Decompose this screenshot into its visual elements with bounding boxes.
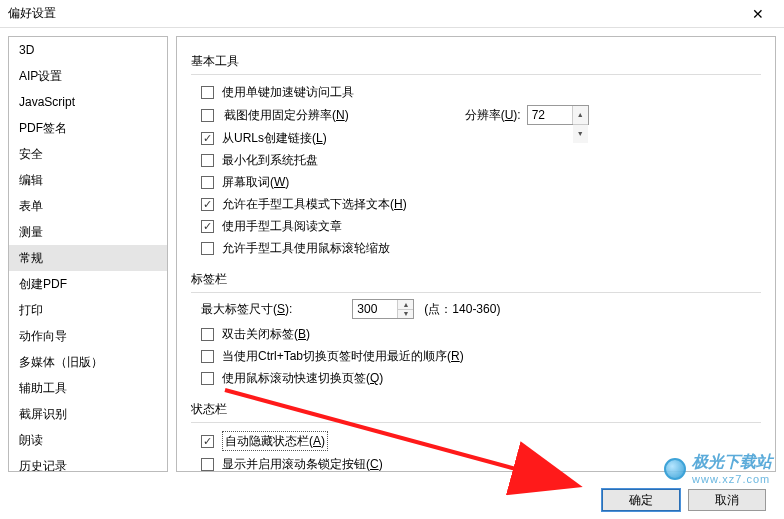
window-title: 偏好设置 [8, 5, 56, 22]
sidebar-item[interactable]: 安全 [9, 141, 167, 167]
settings-panel: 基本工具 使用单键加速键访问工具 截图使用固定分辨率(N) 分辨率(U): ▲ … [176, 36, 776, 472]
label-hand-tool-select-text: 允许在手型工具模式下选择文本(H) [222, 195, 407, 213]
sidebar-item[interactable]: JavaScript [9, 89, 167, 115]
category-list[interactable]: 3DAIP设置JavaScriptPDF签名安全编辑表单测量常规创建PDF打印动… [8, 36, 168, 472]
close-button[interactable]: ✕ [740, 1, 776, 27]
checkbox-hand-tool-select-text[interactable] [201, 198, 214, 211]
sidebar-item[interactable]: 创建PDF [9, 271, 167, 297]
hint-max-tab-size: (点：140-360) [424, 301, 500, 318]
spinner-up-icon[interactable]: ▲ [573, 106, 588, 125]
label-dblclick-close-tab: 双击关闭标签(B) [222, 325, 310, 343]
sidebar-item[interactable]: 截屏识别 [9, 401, 167, 427]
sidebar-item[interactable]: 3D [9, 37, 167, 63]
resolution-spinner[interactable]: ▲ ▼ [527, 105, 589, 125]
checkbox-auto-hide-status-bar[interactable] [201, 435, 214, 448]
spinner-down-icon[interactable]: ▼ [398, 310, 413, 319]
sidebar-item[interactable]: 历史记录 [9, 453, 167, 472]
checkbox-single-key-accel[interactable] [201, 86, 214, 99]
sidebar-item[interactable]: AIP设置 [9, 63, 167, 89]
cancel-button[interactable]: 取消 [688, 489, 766, 511]
max-tab-size-input[interactable] [353, 300, 397, 318]
label-fixed-screenshot-res: 截图使用固定分辨率(N) [224, 106, 349, 124]
label-create-links-from-urls: 从URLs创建链接(L) [222, 129, 327, 147]
label-wheel-switch-tabs: 使用鼠标滚动快速切换页签(Q) [222, 369, 383, 387]
sidebar-item[interactable]: 打印 [9, 297, 167, 323]
sidebar-item[interactable]: 编辑 [9, 167, 167, 193]
sidebar-item[interactable]: PDF签名 [9, 115, 167, 141]
checkbox-hand-tool-wheel-zoom[interactable] [201, 242, 214, 255]
label-ctrl-tab-recent-order: 当使用Ctrl+Tab切换页签时使用最近的顺序(R) [222, 347, 464, 365]
spinner-up-icon[interactable]: ▲ [398, 300, 413, 310]
resolution-input[interactable] [528, 106, 572, 124]
sidebar-item[interactable]: 常规 [9, 245, 167, 271]
checkbox-minimize-to-tray[interactable] [201, 154, 214, 167]
checkbox-hand-tool-read-article[interactable] [201, 220, 214, 233]
sidebar-item[interactable]: 多媒体（旧版） [9, 349, 167, 375]
ok-button[interactable]: 确定 [602, 489, 680, 511]
label-single-key-accel: 使用单键加速键访问工具 [222, 83, 354, 101]
group-basic-tools: 基本工具 [191, 53, 761, 70]
label-show-scroll-lock-btn: 显示并启用滚动条锁定按钮(C) [222, 455, 383, 472]
label-minimize-to-tray: 最小化到系统托盘 [222, 151, 318, 169]
group-tab-bar: 标签栏 [191, 271, 761, 288]
sidebar-item[interactable]: 表单 [9, 193, 167, 219]
checkbox-screen-grab-word[interactable] [201, 176, 214, 189]
checkbox-wheel-switch-tabs[interactable] [201, 372, 214, 385]
label-max-tab-size: 最大标签尺寸(S): [201, 301, 292, 318]
label-hand-tool-wheel-zoom: 允许手型工具使用鼠标滚轮缩放 [222, 239, 390, 257]
label-resolution: 分辨率(U): [465, 106, 521, 124]
spinner-down-icon[interactable]: ▼ [573, 125, 588, 143]
label-auto-hide-status-bar: 自动隐藏状态栏(A) [222, 431, 328, 451]
checkbox-fixed-screenshot-res[interactable] [201, 109, 214, 122]
checkbox-create-links-from-urls[interactable] [201, 132, 214, 145]
checkbox-ctrl-tab-recent-order[interactable] [201, 350, 214, 363]
label-screen-grab-word: 屏幕取词(W) [222, 173, 289, 191]
checkbox-show-scroll-lock-btn[interactable] [201, 458, 214, 471]
sidebar-item[interactable]: 测量 [9, 219, 167, 245]
sidebar-item[interactable]: 动作向导 [9, 323, 167, 349]
max-tab-size-spinner[interactable]: ▲ ▼ [352, 299, 414, 319]
sidebar-item[interactable]: 辅助工具 [9, 375, 167, 401]
group-status-bar: 状态栏 [191, 401, 761, 418]
sidebar-item[interactable]: 朗读 [9, 427, 167, 453]
checkbox-dblclick-close-tab[interactable] [201, 328, 214, 341]
label-hand-tool-read-article: 使用手型工具阅读文章 [222, 217, 342, 235]
